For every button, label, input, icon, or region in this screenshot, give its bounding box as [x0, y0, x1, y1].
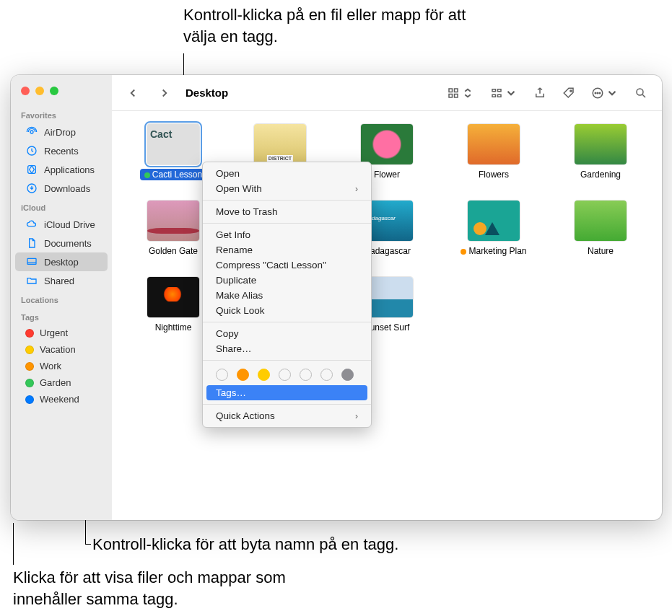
file-label: Golden Gate — [144, 245, 202, 257]
sidebar-label: Desktop — [44, 257, 79, 268]
tag-dot-icon — [25, 362, 34, 371]
tag-color-empty[interactable] — [279, 369, 291, 381]
sidebar-item-airdrop[interactable]: AirDrop — [15, 123, 108, 141]
more-button[interactable] — [587, 84, 623, 102]
cm-compress[interactable]: Compress "Cacti Lesson" — [203, 258, 371, 273]
tag-dot-icon — [25, 346, 34, 354]
annotation-top: Kontroll-klicka på en fil eller mapp för… — [183, 4, 479, 47]
cm-make-alias[interactable]: Make Alias — [203, 288, 371, 303]
window-title: Desktop — [186, 87, 228, 99]
view-mode-button[interactable] — [442, 84, 479, 102]
tag-dot-icon — [25, 329, 34, 338]
nav-back-button[interactable] — [122, 84, 144, 102]
cm-rename[interactable]: Rename — [203, 242, 371, 258]
maximize-button[interactable] — [50, 87, 58, 95]
cloud-icon — [25, 218, 38, 231]
sidebar-tag-weekend[interactable]: Weekend — [15, 391, 108, 408]
file-label: Flower — [370, 169, 404, 180]
cm-share[interactable]: Share… — [203, 341, 371, 356]
sidebar-tag-work[interactable]: Work — [15, 358, 108, 374]
sidebar-item-recents[interactable]: Recents — [15, 141, 108, 160]
sidebar-tag-vacation[interactable]: Vacation — [15, 341, 108, 358]
svg-point-15 — [595, 92, 596, 94]
tag-dot-icon — [461, 249, 466, 255]
cm-label: Open With — [216, 183, 262, 194]
file-item[interactable]: Gardening — [554, 124, 647, 180]
group-button[interactable] — [486, 84, 522, 102]
annotation-line-bottom — [13, 523, 14, 565]
tags-button[interactable] — [558, 84, 580, 102]
nav-forward-button[interactable] — [154, 84, 175, 102]
file-item[interactable]: Marketing Plan — [447, 201, 541, 257]
cm-copy[interactable]: Copy — [203, 326, 371, 341]
sidebar-header-locations: Locations — [11, 290, 112, 307]
applications-icon — [25, 163, 38, 176]
tag-color-grey[interactable] — [341, 369, 354, 381]
file-label: Nature — [583, 245, 618, 257]
chevron-right-icon: › — [355, 411, 358, 421]
sidebar-item-shared[interactable]: Shared — [15, 271, 108, 290]
tag-color-none[interactable] — [216, 369, 228, 381]
context-menu: Open Open With › Move to Trash Get Info … — [202, 162, 372, 428]
sidebar-tag-garden[interactable]: Garden — [15, 374, 108, 391]
sidebar-item-desktop[interactable]: Desktop — [15, 252, 108, 271]
file-item[interactable]: Nature — [554, 201, 647, 257]
sidebar-label: Vacation — [40, 344, 76, 355]
airdrop-icon — [25, 126, 38, 138]
file-item[interactable]: Flowers — [447, 124, 541, 180]
tag-color-yellow[interactable] — [258, 369, 270, 381]
traffic-lights — [11, 81, 112, 105]
annotation-line-mid-h2 — [85, 544, 91, 545]
sidebar-label: Weekend — [40, 394, 79, 405]
file-label: Cacti Lesson — [140, 169, 206, 180]
tag-color-orange[interactable] — [237, 369, 249, 381]
tag-color-empty[interactable] — [300, 369, 312, 381]
cm-move-to-trash[interactable]: Move to Trash — [203, 204, 371, 219]
close-button[interactable] — [21, 87, 30, 95]
cm-quick-look[interactable]: Quick Look — [203, 303, 371, 318]
cm-tags[interactable]: Tags… — [206, 385, 367, 400]
cm-open-with[interactable]: Open With › — [203, 181, 371, 196]
cm-open[interactable]: Open — [203, 166, 371, 181]
sidebar-item-downloads[interactable]: Downloads — [15, 179, 108, 198]
sidebar-header-icloud: iCloud — [11, 198, 112, 215]
svg-rect-12 — [498, 94, 502, 97]
sidebar-label: Downloads — [44, 183, 90, 194]
cm-separator — [203, 360, 371, 361]
file-label: Marketing Plan — [456, 245, 531, 257]
sidebar-label: Documents — [44, 238, 92, 249]
svg-rect-7 — [449, 94, 453, 97]
file-thumbnail — [468, 124, 520, 164]
file-thumbnail — [575, 124, 627, 164]
folder-icon — [25, 274, 38, 287]
sidebar-label: Urgent — [40, 327, 68, 338]
svg-rect-8 — [455, 94, 458, 97]
cm-quick-actions[interactable]: Quick Actions › — [203, 408, 371, 423]
svg-rect-6 — [455, 89, 458, 92]
search-button[interactable] — [630, 84, 652, 102]
cm-separator — [203, 223, 371, 224]
cm-duplicate[interactable]: Duplicate — [203, 273, 371, 288]
cm-get-info[interactable]: Get Info — [203, 227, 371, 242]
file-thumbnail — [468, 201, 520, 241]
download-icon — [25, 182, 38, 195]
svg-point-18 — [637, 89, 643, 95]
minimize-button[interactable] — [35, 87, 44, 95]
sidebar: Favorites AirDrop Recents Applications D… — [11, 75, 112, 520]
cm-separator — [203, 322, 371, 322]
sidebar-item-applications[interactable]: Applications — [15, 160, 108, 179]
toolbar: Desktop — [112, 75, 662, 111]
tag-dot-icon — [25, 395, 34, 404]
share-button[interactable] — [529, 84, 551, 102]
tag-color-empty[interactable] — [320, 369, 333, 381]
sidebar-tag-urgent[interactable]: Urgent — [15, 325, 108, 341]
svg-rect-9 — [492, 89, 496, 91]
svg-point-13 — [570, 89, 572, 91]
sidebar-item-documents[interactable]: Documents — [15, 234, 108, 252]
annotation-mid: Kontroll-klicka för att byta namn på en … — [92, 534, 398, 555]
svg-rect-11 — [492, 94, 496, 97]
chevron-right-icon: › — [355, 184, 358, 194]
sidebar-item-icloud-drive[interactable]: iCloud Drive — [15, 215, 108, 234]
file-thumbnail — [575, 201, 627, 241]
sidebar-label: Shared — [44, 276, 74, 286]
